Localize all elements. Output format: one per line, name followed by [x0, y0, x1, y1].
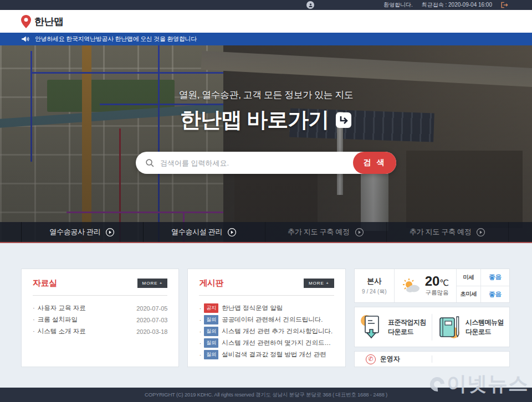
hero-shortcut-link[interactable]: 한난맵 바로가기	[180, 106, 352, 134]
bullet: ·	[33, 328, 35, 334]
menu-planned-map-1[interactable]: 추가 지도 구축 예정	[265, 222, 387, 242]
bullet: ·	[33, 316, 35, 323]
weather-condition: 구름많음	[425, 289, 449, 297]
bullet: ·	[199, 340, 201, 347]
board-item[interactable]: · 질의 시스템 개선 관련 추가 건의사항입니다.	[199, 326, 334, 337]
badge-notice: 공지	[204, 303, 218, 313]
board-item[interactable]: · 질의 설비검색 결과값 정렬 방법 개선 관련	[199, 349, 334, 360]
topbar: 환영합니다. 최근접속 : 2020-09-04 16:00	[0, 0, 532, 10]
manual-download-button[interactable]: 시스템메뉴얼다운로드	[432, 314, 509, 341]
menu-pipe-construction[interactable]: 열수송공사 관리	[21, 222, 143, 242]
board-item-text: 한난맵 정식운영 알림	[222, 304, 283, 312]
fine-dust-label: 미세	[457, 269, 481, 286]
weather-location: 본사	[367, 276, 381, 286]
temperature-unit: ℃	[439, 278, 449, 287]
board-item[interactable]: · 공지 한난맵 정식운영 알림	[199, 302, 334, 314]
ultrafine-dust-label: 초미세	[457, 286, 481, 303]
dataroom-item-label: ·시스템 소개 자료	[33, 327, 86, 336]
menu-label: 추가 지도 구축 예정	[288, 227, 350, 237]
play-circle-icon	[227, 228, 237, 237]
bullet: ·	[199, 317, 201, 323]
sun-cloud-icon	[402, 278, 421, 293]
hero-menu-bar: 열수송공사 관리 열수송시설 관리 추가 지도 구축 예정 추가 지도 구축 예…	[0, 222, 532, 242]
right-column: 본사 9 / 24 (목) 20℃ 구름많음	[354, 269, 510, 367]
operator-label: 운영자	[380, 354, 400, 364]
board-title: 게시판	[199, 278, 223, 288]
dataroom-item[interactable]: ·시스템 소개 자료 2020-03-18	[33, 326, 167, 337]
hero-search-bar: 검 색	[136, 152, 396, 174]
temperature-value: 20	[425, 274, 440, 288]
badge-question: 질의	[204, 315, 218, 324]
welcome-text: 환영합니다.	[383, 1, 413, 9]
board-more-button[interactable]: MORE +	[304, 279, 334, 288]
search-button[interactable]: 검 색	[353, 152, 396, 174]
board-item[interactable]: · 질의 시스템 개선 관련하여 몇가지 건의드…	[199, 337, 334, 349]
menu-pipe-facility[interactable]: 열수송시설 관리	[143, 222, 265, 242]
play-circle-icon	[355, 228, 364, 237]
notice-bar: 안녕하세요 한국지역난방공사 한난맵에 오신 것을 환영합니다	[0, 33, 532, 45]
menu-label: 추가 지도 구축 예정	[410, 227, 472, 237]
bullet: ·	[199, 352, 201, 358]
bullet: ·	[199, 328, 201, 335]
dataroom-item[interactable]: ·크롬 설치파일 2020-07-03	[33, 314, 167, 326]
hero-subtitle: 열원, 열수송관, 고객 모든 정보가 있는 지도	[179, 89, 353, 101]
download-panel: 표준작업지침다운로드 시스템메뉴얼다운로드	[354, 307, 510, 347]
board-item-text: 설비검색 결과값 정렬 방법 개선 관련	[222, 351, 326, 359]
guideline-download-button[interactable]: 표준작업지침다운로드	[355, 314, 432, 341]
arrow-right-square-icon	[335, 112, 352, 128]
board-item-text: 공공데이터 관련해서 건의드립니다.	[222, 316, 323, 324]
news-watermark: 이넷뉴스	[430, 370, 529, 398]
weather-date: 9 / 24 (목)	[362, 288, 386, 296]
user-icon[interactable]	[306, 1, 314, 9]
hero-banner: 열원, 열수송관, 고객 모든 정보가 있는 지도 한난맵 바로가기 검 색 열…	[0, 45, 532, 243]
megaphone-icon	[21, 35, 29, 43]
badge-question: 질의	[204, 338, 218, 348]
divider	[199, 295, 334, 296]
dataroom-title: 자료실	[33, 278, 57, 288]
board-item-text: 시스템 개선 관련 추가 건의사항입니다.	[222, 327, 332, 336]
logo[interactable]: 한난맵	[21, 15, 64, 28]
last-access-text: 최근접속 : 2020-09-04 16:00	[422, 1, 492, 9]
menu-label: 열수송공사 관리	[49, 227, 100, 237]
logout-icon[interactable]	[501, 2, 509, 8]
search-input[interactable]	[155, 159, 353, 167]
play-circle-icon	[105, 228, 115, 237]
header: 한난맵	[0, 10, 532, 33]
document-download-icon	[360, 314, 382, 341]
dataroom-item-date: 2020-03-18	[136, 328, 167, 335]
fine-dust-value: 좋음	[481, 273, 509, 281]
bullet: ·	[33, 305, 35, 311]
fine-dust-row: 미세 좋음	[457, 269, 509, 286]
menu-planned-map-2[interactable]: 추가 지도 구축 예정	[386, 222, 509, 242]
board-item[interactable]: · 질의 공공데이터 관련해서 건의드립니다.	[199, 314, 334, 326]
phone-icon: ✆	[366, 354, 376, 364]
hero-title: 한난맵 바로가기	[180, 106, 329, 134]
board-panel: 게시판 MORE + · 공지 한난맵 정식운영 알림 · 질의 공공데이터 관…	[187, 269, 345, 367]
book-manual-icon	[438, 315, 460, 340]
watermark-text: 이넷뉴스	[447, 370, 529, 398]
dataroom-more-button[interactable]: MORE +	[137, 279, 168, 288]
bullet: ·	[199, 305, 201, 312]
ultrafine-dust-value: 좋음	[481, 290, 509, 298]
badge-question: 질의	[204, 350, 218, 359]
dataroom-panel: 자료실 MORE + ·사용자 교육 자료 2020-07-05 ·크롬 설치파…	[21, 269, 179, 367]
watermark-logo-icon	[427, 374, 448, 394]
search-icon	[145, 158, 155, 168]
dataroom-item-date: 2020-07-03	[136, 317, 167, 323]
operator-panel[interactable]: ✆ 운영자	[354, 351, 510, 367]
dataroom-item-label: ·크롬 설치파일	[33, 316, 78, 324]
logo-text: 한난맵	[34, 15, 64, 28]
menu-label: 열수송시설 관리	[171, 227, 222, 237]
map-pin-icon	[21, 15, 31, 28]
dataroom-item-label: ·사용자 교육 자료	[33, 304, 86, 312]
main-content: 자료실 MORE + ·사용자 교육 자료 2020-07-05 ·크롬 설치파…	[0, 243, 532, 386]
notice-text: 안녕하세요 한국지역난방공사 한난맵에 오신 것을 환영합니다	[35, 35, 197, 43]
dataroom-item[interactable]: ·사용자 교육 자료 2020-07-05	[33, 302, 167, 314]
copyright-text: COPYRIGHT (C) 2019 KDHC. All rights rese…	[145, 391, 387, 399]
play-circle-icon	[476, 228, 485, 237]
badge-question: 질의	[204, 327, 218, 336]
divider	[33, 295, 167, 296]
board-item-text: 시스템 개선 관련하여 몇가지 건의드…	[222, 339, 331, 347]
weather-widget: 본사 9 / 24 (목) 20℃ 구름많음	[354, 269, 510, 303]
dataroom-item-date: 2020-07-05	[136, 305, 167, 312]
